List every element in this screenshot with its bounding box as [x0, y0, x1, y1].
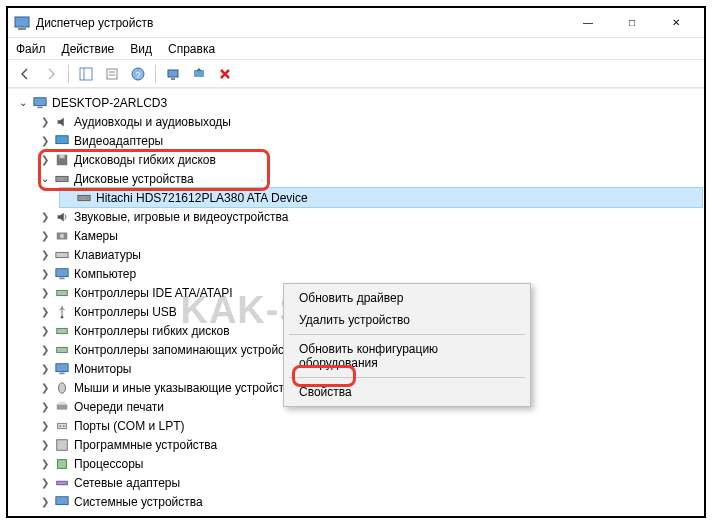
svg-text:?: ?	[135, 70, 140, 80]
chevron-right-icon[interactable]: ❯	[38, 248, 52, 262]
svg-point-32	[59, 382, 66, 393]
chevron-right-icon[interactable]: ❯	[38, 286, 52, 300]
svg-rect-39	[58, 459, 67, 468]
svg-rect-10	[171, 78, 175, 80]
svg-point-22	[60, 233, 64, 237]
monitor-icon	[54, 361, 70, 377]
computer-icon	[54, 266, 70, 282]
svg-point-27	[61, 315, 64, 318]
forward-button[interactable]	[40, 63, 62, 85]
chevron-right-icon[interactable]: ❯	[38, 381, 52, 395]
svg-rect-24	[56, 268, 68, 276]
tree-item-audio[interactable]: ❯Аудиовходы и аудиовыходы	[38, 112, 702, 131]
context-menu-update-driver[interactable]: Обновить драйвер	[287, 287, 527, 309]
chevron-right-icon[interactable]: ❯	[38, 457, 52, 471]
chevron-right-icon[interactable]: ❯	[38, 476, 52, 490]
menu-view[interactable]: Вид	[130, 42, 152, 56]
update-driver-button[interactable]	[188, 63, 210, 85]
tree-item-sound[interactable]: ❯Звуковые, игровые и видеоустройства	[38, 207, 702, 226]
chevron-right-icon[interactable]: ❯	[38, 343, 52, 357]
chevron-right-icon[interactable]: ❯	[38, 419, 52, 433]
computer-icon	[32, 95, 48, 111]
software-icon	[54, 437, 70, 453]
svg-rect-40	[57, 481, 68, 485]
minimize-button[interactable]: —	[566, 9, 610, 37]
tree-root-label: DESKTOP-2ARLCD3	[52, 96, 167, 110]
svg-rect-34	[59, 401, 66, 404]
window-title: Диспетчер устройств	[36, 16, 566, 30]
tree-item-computer[interactable]: ❯Компьютер	[38, 264, 702, 283]
svg-point-18	[65, 178, 67, 180]
svg-rect-26	[57, 290, 68, 295]
disk-icon	[54, 171, 70, 187]
tree-item-ports[interactable]: ❯Порты (COM и LPT)	[38, 416, 702, 435]
svg-rect-23	[56, 252, 68, 257]
menu-help[interactable]: Справка	[168, 42, 215, 56]
back-button[interactable]	[14, 63, 36, 85]
svg-rect-35	[58, 423, 67, 428]
chevron-right-icon[interactable]: ❯	[38, 495, 52, 509]
close-button[interactable]: ✕	[654, 9, 698, 37]
chevron-down-icon[interactable]: ⌄	[16, 96, 30, 110]
chevron-right-icon[interactable]: ❯	[38, 362, 52, 376]
svg-rect-0	[15, 17, 29, 27]
uninstall-button[interactable]	[214, 63, 236, 85]
tree-item-disks[interactable]: ⌄Дисковые устройства	[38, 169, 702, 188]
tree-item-hid[interactable]: ❯Устройства HID (Human Interface Devices…	[38, 511, 702, 514]
chevron-right-icon[interactable]: ❯	[38, 210, 52, 224]
properties-button[interactable]	[101, 63, 123, 85]
context-menu-remove-device[interactable]: Удалить устройство	[287, 309, 527, 331]
menu-action[interactable]: Действие	[62, 42, 115, 56]
chevron-right-icon[interactable]: ❯	[38, 115, 52, 129]
svg-rect-31	[59, 372, 64, 374]
maximize-button[interactable]: □	[610, 9, 654, 37]
context-menu-scan-hw[interactable]: Обновить конфигурацию оборудования	[287, 338, 527, 374]
device-tree-area: ⌄ DESKTOP-2ARLCD3 ❯Аудиовходы и аудиовых…	[8, 88, 704, 514]
chevron-right-icon[interactable]: ❯	[38, 267, 52, 281]
tree-item-system[interactable]: ❯Системные устройства	[38, 492, 702, 511]
context-menu: Обновить драйвер Удалить устройство Обно…	[283, 283, 531, 407]
display-icon	[54, 133, 70, 149]
toolbar: ?	[8, 60, 704, 88]
svg-rect-28	[57, 328, 68, 333]
tree-item-network[interactable]: ❯Сетевые адаптеры	[38, 473, 702, 492]
disk-icon	[76, 190, 92, 206]
tree-item-disk-child[interactable]: ❯Hitachi HDS721612PLA380 ATA Device	[60, 188, 702, 207]
svg-rect-13	[37, 106, 42, 108]
chevron-right-icon[interactable]: ❯	[38, 134, 52, 148]
mouse-icon	[54, 380, 70, 396]
svg-rect-2	[80, 68, 92, 80]
audio-icon	[54, 114, 70, 130]
tree-item-cpu[interactable]: ❯Процессоры	[38, 454, 702, 473]
svg-rect-11	[194, 70, 204, 77]
svg-rect-14	[56, 135, 68, 143]
usb-icon	[54, 304, 70, 320]
chevron-down-icon[interactable]: ⌄	[38, 172, 52, 186]
tree-root[interactable]: ⌄ DESKTOP-2ARLCD3	[16, 93, 702, 112]
tree-item-keyboards[interactable]: ❯Клавиатуры	[38, 245, 702, 264]
tree-item-software[interactable]: ❯Программные устройства	[38, 435, 702, 454]
chevron-right-icon[interactable]: ❯	[38, 514, 52, 515]
menu-file[interactable]: Файл	[16, 42, 46, 56]
scan-hw-button[interactable]	[162, 63, 184, 85]
show-hide-tree-button[interactable]	[75, 63, 97, 85]
controller-icon	[54, 342, 70, 358]
svg-point-36	[59, 425, 61, 427]
context-menu-properties[interactable]: Свойства	[287, 381, 527, 403]
svg-rect-41	[56, 496, 68, 504]
chevron-right-icon[interactable]: ❯	[38, 438, 52, 452]
svg-point-20	[87, 197, 89, 199]
chevron-right-icon[interactable]: ❯	[38, 400, 52, 414]
tree-item-video[interactable]: ❯Видеоадаптеры	[38, 131, 702, 150]
chevron-right-icon[interactable]: ❯	[38, 229, 52, 243]
tree-item-floppy[interactable]: ❯Дисководы гибких дисков	[38, 150, 702, 169]
network-icon	[54, 475, 70, 491]
keyboard-icon	[54, 247, 70, 263]
camera-icon	[54, 228, 70, 244]
help-button[interactable]: ?	[127, 63, 149, 85]
titlebar: Диспетчер устройств — □ ✕	[8, 8, 704, 38]
tree-item-cameras[interactable]: ❯Камеры	[38, 226, 702, 245]
chevron-right-icon[interactable]: ❯	[38, 153, 52, 167]
chevron-right-icon[interactable]: ❯	[38, 324, 52, 338]
chevron-right-icon[interactable]: ❯	[38, 305, 52, 319]
